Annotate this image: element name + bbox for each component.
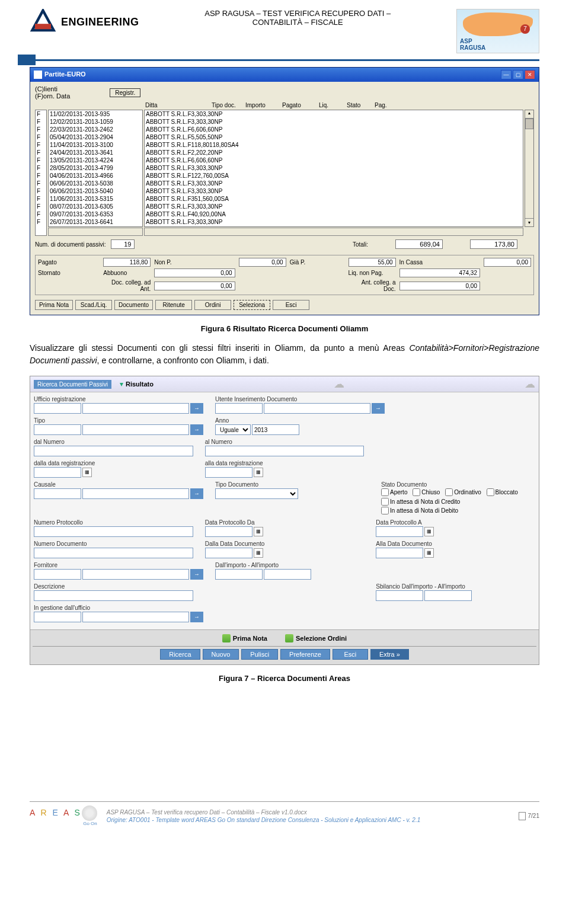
calendar-icon[interactable]: ▦ [254,548,263,558]
fornitore-desc[interactable] [82,569,189,580]
maximize-button[interactable]: ▢ [513,70,523,79]
table-row[interactable]: ABBOTT S.R.L.F3,303,30NP [145,164,523,172]
table-row[interactable]: ABBOTT S.R.L.F5,505,50NP [145,133,523,141]
win-button-esci[interactable]: Esci [273,300,309,310]
table-row[interactable]: F [36,118,46,126]
dall-importo[interactable] [215,569,263,580]
table-row[interactable]: F [36,218,46,226]
extra-button[interactable]: Extra » [370,649,409,660]
chk-bloccato[interactable]: Bloccato [487,488,518,496]
table-row[interactable]: F [36,210,46,218]
calendar-icon[interactable]: ▦ [424,527,434,536]
table-row[interactable]: F [36,141,46,149]
table-row[interactable]: F [36,133,46,141]
table-row[interactable]: F [36,203,46,210]
sbilancio-da[interactable] [376,590,423,601]
esci-button[interactable]: Esci [333,649,368,660]
win-button-ordini[interactable]: Ordini [194,300,231,310]
table-row[interactable]: 05/04/20131-2013-2904 [49,133,142,141]
table-row[interactable]: ABBOTT S.R.L.F2,202,20NP [145,149,523,156]
tipo-desc[interactable] [82,424,189,435]
tipo-code[interactable] [34,424,81,435]
numero-protocollo[interactable] [34,526,193,537]
lookup-button[interactable]: → [372,403,385,414]
selezione-ordini-link[interactable]: Selezione Ordini [285,634,347,642]
table-row[interactable]: F [36,126,46,133]
data-proto-da[interactable] [205,526,252,537]
lookup-button[interactable]: → [190,612,203,622]
prima-nota-link[interactable]: Prima Nota [222,634,267,642]
minimize-button[interactable]: — [501,70,512,79]
lookup-button[interactable]: → [190,403,203,414]
titlebar[interactable]: Partite-EURO — ▢ ✕ [30,68,539,82]
close-button[interactable]: ✕ [525,70,535,79]
table-row[interactable]: 13/05/20131-2013-4224 [49,156,142,164]
table-row[interactable]: ABBOTT S.R.L.F118,80118,80SA4 [145,141,523,149]
listbox-dates[interactable]: 11/02/20131-2013-93512/02/20131-2013-105… [48,110,143,227]
dalla-data-reg[interactable] [34,467,81,478]
table-row[interactable]: 12/02/20131-2013-1059 [49,118,142,126]
win-button-documento[interactable]: Documento [114,300,153,310]
table-row[interactable]: F [36,149,46,156]
chk-ordinativo[interactable]: Ordinativo [445,488,481,496]
sbilancio-a[interactable] [424,590,472,601]
ufficio-code[interactable] [34,403,81,414]
table-row[interactable]: 24/04/20131-2013-3641 [49,149,142,156]
table-row[interactable]: 08/07/20131-2013-6305 [49,203,142,210]
table-row[interactable]: ABBOTT S.R.L.F40,920,00NA [145,210,523,218]
table-row[interactable]: 06/06/20131-2013-5040 [49,187,142,195]
table-row[interactable]: ABBOTT S.R.L.F6,606,60NP [145,126,523,133]
table-row[interactable]: ABBOTT S.R.L.F3,303,30NP [145,110,523,118]
table-row[interactable]: ABBOTT S.R.L.F3,303,30NP [145,218,523,226]
table-row[interactable]: ABBOTT S.R.L.F351,560,00SA [145,195,523,203]
dal-numero[interactable] [34,446,193,456]
table-row[interactable]: F [36,180,46,187]
causale-desc[interactable] [82,488,189,499]
calendar-icon[interactable]: ▦ [82,468,92,477]
chk-attesa-credito[interactable]: In attesa di Nota di Credito [381,498,460,506]
chk-chiuso[interactable]: Chiuso [413,488,440,496]
table-row[interactable]: F [36,195,46,203]
table-row[interactable]: ABBOTT S.R.L.F3,303,30NP [145,118,523,126]
ricerca-button[interactable]: Ricerca [160,649,200,660]
table-row[interactable]: 11/02/20131-2013-935 [49,110,142,118]
table-row[interactable]: ABBOTT S.R.L.F3,303,30NP [145,180,523,187]
preferenze-button[interactable]: Preferenze [280,649,330,660]
win-button-ritenute[interactable]: Ritenute [155,300,192,310]
table-row[interactable]: 04/06/20131-2013-4966 [49,172,142,180]
table-row[interactable]: ABBOTT S.R.L.F6,606,60NP [145,156,523,164]
table-row[interactable]: ABBOTT S.R.L.F3,303,30NP [145,187,523,195]
descrizione[interactable] [34,590,193,601]
gestione-desc[interactable] [82,612,189,622]
table-row[interactable]: 28/05/20131-2013-4799 [49,164,142,172]
al-numero[interactable] [205,446,365,456]
chk-aperto[interactable]: Aperto [381,488,407,496]
registr-button[interactable]: Registr. [110,88,140,97]
fornitore-code[interactable] [34,569,81,580]
lookup-button[interactable]: → [190,488,203,499]
calendar-icon[interactable]: ▦ [424,548,434,558]
table-row[interactable]: 11/06/20131-2013-5315 [49,195,142,203]
risultato-link[interactable]: ▾Risultato [120,380,154,388]
causale-code[interactable] [34,488,81,499]
data-proto-a[interactable] [376,526,423,537]
numero-documento[interactable] [34,548,193,558]
alla-data-reg[interactable] [205,467,252,478]
dalla-data-doc[interactable] [205,548,252,558]
calendar-icon[interactable]: ▦ [254,468,263,477]
chk-attesa-debito[interactable]: In attesa di Nota di Debito [381,507,458,514]
anno-value[interactable] [252,424,299,435]
hscroll-dates[interactable] [48,228,143,236]
lookup-button[interactable]: → [190,569,203,580]
pulisci-button[interactable]: Pulisci [241,649,278,660]
table-row[interactable]: F [36,187,46,195]
win-button-scadliq[interactable]: Scad./Liq. [75,300,112,310]
table-row[interactable]: 09/07/20131-2013-6353 [49,210,142,218]
all-importo[interactable] [264,569,311,580]
table-row[interactable]: F [36,110,46,118]
nuovo-button[interactable]: Nuovo [203,649,239,660]
table-row[interactable]: F [36,172,46,180]
ufficio-desc[interactable] [82,403,189,414]
hscroll-main[interactable] [144,228,523,236]
table-row[interactable]: ABBOTT S.R.L.F122,760,00SA [145,172,523,180]
